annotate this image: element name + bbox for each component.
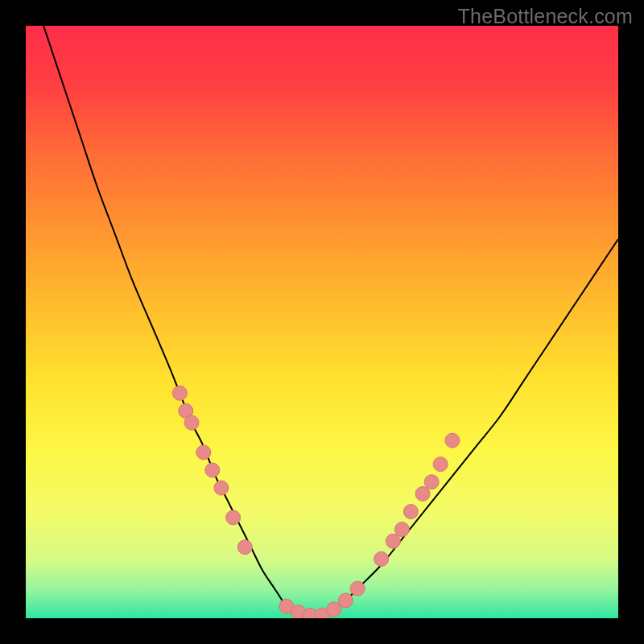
sample-dot <box>445 433 460 448</box>
watermark-text: TheBottleneck.com <box>458 5 633 28</box>
sample-dot <box>338 593 353 608</box>
sample-dot <box>386 534 400 548</box>
sample-dot <box>172 386 187 400</box>
sample-dot <box>424 475 439 489</box>
sample-dot <box>415 486 430 501</box>
gradient-background <box>26 26 618 618</box>
sample-dot <box>403 505 418 519</box>
sample-dot <box>394 522 409 537</box>
sample-dot <box>196 445 211 460</box>
sample-dot <box>374 551 389 566</box>
outer-frame: TheBottleneck.com <box>0 0 644 644</box>
sample-dot <box>350 581 365 596</box>
sample-dot <box>214 481 229 495</box>
plot-area <box>26 26 618 618</box>
sample-dot <box>237 540 252 555</box>
sample-dot <box>327 602 341 617</box>
sample-dot <box>184 415 199 430</box>
bottleneck-chart <box>26 26 618 618</box>
sample-dot <box>433 457 448 472</box>
sample-dot <box>226 510 241 525</box>
sample-dot <box>205 463 220 477</box>
